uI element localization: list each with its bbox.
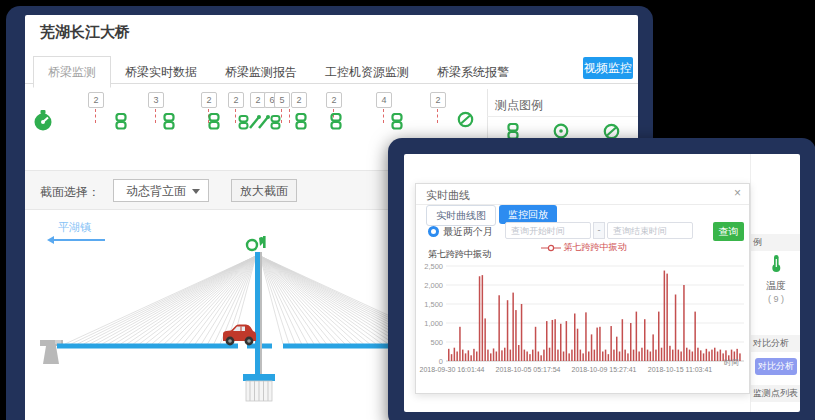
svg-text:0: 0 (439, 357, 443, 366)
svg-text:500: 500 (430, 338, 443, 347)
svg-text:2018-09-30 16:01:44: 2018-09-30 16:01:44 (420, 366, 485, 373)
link-sensor-icon[interactable] (391, 113, 403, 130)
car-icon (223, 325, 256, 346)
svg-text:1,000: 1,000 (424, 319, 443, 328)
bridge-pylon (255, 252, 260, 381)
bridge-diagram (25, 228, 390, 420)
sensor-count-badge: 2 (201, 92, 217, 108)
compare-analysis-button[interactable]: 对比分析 (755, 358, 797, 375)
main-tab-1[interactable]: 桥梁实时数据 (111, 57, 211, 87)
sidebar-temperature-item[interactable]: 温度 ( 9 ) (751, 254, 800, 304)
query-end-time-input[interactable] (607, 222, 693, 239)
modal-header: 实时曲线 × (416, 184, 749, 205)
vibration-chart: 05001,0001,5002,0002,5002018-09-30 16:01… (418, 258, 750, 380)
main-tab-3[interactable]: 工控机资源监测 (311, 57, 423, 87)
query-start-time-input[interactable] (505, 222, 591, 239)
svg-text:2018-10-15 11:03:41: 2018-10-15 11:03:41 (648, 366, 713, 373)
svg-text:2018-10-09 15:27:41: 2018-10-09 15:27:41 (572, 366, 637, 373)
radio-label: 最近两个月 (443, 225, 493, 239)
section-select-dropdown[interactable]: 动态背立面 (113, 179, 209, 202)
main-tab-bar: 桥梁监测桥梁实时数据桥梁监测报告工控机资源监测桥梁系统报警 (25, 55, 638, 84)
link-sensor-icon[interactable] (295, 113, 307, 130)
main-tab-0[interactable]: 桥梁监测 (33, 56, 111, 88)
sensor-count-badge: 2 (88, 92, 104, 108)
section-select-value: 动态背立面 (126, 184, 186, 198)
disabled-sensor-icon[interactable] (457, 111, 474, 128)
tab-realtime-curve[interactable]: 实时曲线图 (426, 205, 496, 226)
svg-text:2,500: 2,500 (424, 262, 443, 271)
overlay-sidebar: 例 温度 ( 9 ) 对比分析 对比分析 监测点列表 (750, 154, 800, 412)
main-tab-2[interactable]: 桥梁监测报告 (211, 57, 311, 87)
query-button[interactable]: 查询 (713, 222, 744, 241)
sensor-dashed-line (383, 109, 384, 123)
sensor-dashed-line (95, 109, 96, 123)
sensor-count-badge: 5 (274, 92, 290, 108)
sidebar-legend-band: 例 (751, 234, 800, 251)
pylon-sensor-icons[interactable] (247, 236, 266, 250)
overlay-window: 例 温度 ( 9 ) 对比分析 对比分析 监测点列表 实时曲线 × 实时曲线图 … (388, 138, 815, 420)
main-tab-4[interactable]: 桥梁系统报警 (423, 57, 523, 87)
realtime-curve-modal: 实时曲线 × 实时曲线图 监控回放 最近两个月 - 查询 第七跨跨中振动 第七跨… (415, 183, 750, 394)
sensor-dashed-line (437, 109, 438, 123)
page-title: 芜湖长江大桥 (40, 23, 130, 42)
bridge-cables (65, 256, 390, 344)
link-sensor-icon[interactable] (115, 113, 127, 130)
link-sensor-icon[interactable] (208, 113, 220, 130)
sidebar-list-band: 监测点列表 (751, 385, 800, 402)
sensor-count-badge: 2 (291, 92, 307, 108)
legend-marker-icon (541, 244, 561, 252)
thermometer-icon (770, 254, 782, 273)
bridge-deck (57, 344, 390, 349)
sensor-dashed-line (235, 109, 236, 123)
temperature-count: ( 9 ) (751, 294, 800, 304)
speedometer-sensor-icon[interactable] (32, 109, 54, 133)
overlay-window-content: 例 温度 ( 9 ) 对比分析 对比分析 监测点列表 实时曲线 × 实时曲线图 … (404, 154, 800, 412)
legend-series-name: 第七跨跨中振动 (564, 242, 627, 252)
clock-legend-icon (553, 123, 569, 139)
sensor-dashed-line (289, 109, 290, 123)
zoom-section-button[interactable]: 放大截面 (231, 179, 297, 202)
radio-last-two-months[interactable] (428, 226, 439, 237)
sidebar-compare-band: 对比分析 (751, 335, 800, 352)
svg-text:时间: 时间 (724, 358, 739, 367)
svg-text:2,000: 2,000 (424, 281, 443, 290)
close-icon[interactable]: × (734, 186, 741, 200)
legend-panel-underline (487, 116, 638, 117)
date-range-separator: - (593, 222, 605, 239)
sensor-count-badge: 2 (228, 92, 244, 108)
dropdown-arrow-icon (192, 189, 200, 194)
tilt-sensor-cluster-icon[interactable] (238, 113, 282, 131)
bridge-pylon-shadow (260, 252, 262, 381)
section-select-label: 截面选择： (40, 184, 100, 201)
temperature-label: 温度 (751, 279, 800, 293)
sensor-count-badge: 2 (430, 92, 446, 108)
sensor-count-badge: 3 (148, 92, 164, 108)
svg-text:2018-10-05 05:17:54: 2018-10-05 05:17:54 (496, 366, 561, 373)
modal-title: 实时曲线 (426, 188, 470, 203)
link-sensor-icon[interactable] (330, 113, 342, 130)
link-sensor-icon[interactable] (163, 113, 175, 130)
bridge-foundation (243, 374, 275, 401)
sensor-dashed-line (281, 109, 282, 123)
sensor-count-badge: 2 (326, 92, 342, 108)
video-monitor-button[interactable]: 视频监控 (583, 57, 633, 79)
sensor-dashed-line (155, 109, 156, 123)
svg-text:1,500: 1,500 (424, 300, 443, 309)
legend-panel-title: 测点图例 (495, 97, 543, 114)
sensor-count-badge: 4 (376, 92, 392, 108)
